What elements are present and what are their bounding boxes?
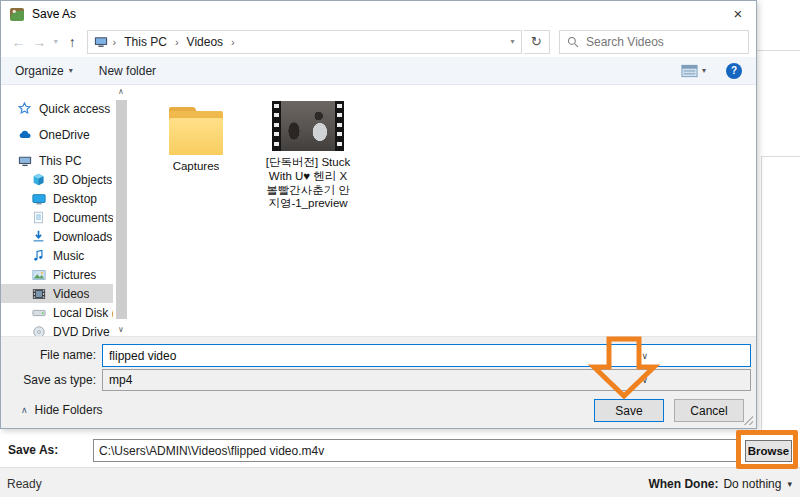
- cube-icon: [31, 172, 46, 187]
- app-save-as-row: Save As: Browse: [0, 437, 800, 465]
- chevron-down-icon: ▾: [702, 66, 706, 75]
- hide-folders-button[interactable]: ∧ Hide Folders: [21, 403, 103, 417]
- sidebar-item-label: Videos: [53, 287, 89, 301]
- computer-icon: [94, 35, 108, 49]
- save-as-path-input[interactable]: [93, 439, 741, 462]
- view-icon: [681, 64, 698, 78]
- file-item-video[interactable]: [단독버전] Stuck With U♥ 헨리 X 볼빨간사춘기 안지영-1_p…: [265, 101, 351, 211]
- sidebar-item-onedrive[interactable]: OneDrive: [1, 125, 113, 144]
- sidebar-item-label: Pictures: [53, 268, 96, 282]
- chevron-down-icon: ▾: [69, 66, 73, 75]
- sidebar-scrollbar[interactable]: ∧ ∨: [115, 87, 128, 334]
- sidebar-item-documents[interactable]: Documents: [1, 208, 113, 227]
- organize-button[interactable]: Organize ▾: [15, 64, 73, 78]
- scroll-up-icon[interactable]: ∧: [118, 87, 124, 96]
- search-input[interactable]: [586, 35, 741, 49]
- sidebar-item-label: Downloads: [53, 230, 112, 244]
- breadcrumb-item-videos[interactable]: Videos: [185, 35, 225, 49]
- close-button[interactable]: ×: [720, 1, 756, 26]
- sidebar-item-3d-objects[interactable]: 3D Objects: [1, 170, 113, 189]
- new-folder-label: New folder: [99, 64, 156, 78]
- bg-panel-line: [761, 156, 800, 157]
- sidebar-item-music[interactable]: Music: [1, 246, 113, 265]
- desktop-icon: [31, 191, 46, 206]
- refresh-button[interactable]: ↻: [524, 30, 550, 54]
- breadcrumb-separator: ›: [175, 36, 179, 48]
- download-icon: [31, 229, 46, 244]
- dialog-title: Save As: [32, 7, 76, 21]
- sidebar-item-pictures[interactable]: Pictures: [1, 265, 113, 284]
- dialog-body: Quick accessOneDriveThis PC3D ObjectsDes…: [1, 85, 756, 336]
- chevron-down-icon: ▾: [787, 479, 792, 489]
- sidebar-item-label: Local Disk (C:): [53, 306, 113, 320]
- chevron-down-icon[interactable]: ∨: [641, 375, 648, 385]
- chevron-down-icon[interactable]: ∨: [641, 351, 648, 361]
- disk-icon: [31, 305, 46, 320]
- cancel-button[interactable]: Cancel: [674, 399, 744, 422]
- search-box[interactable]: [559, 30, 749, 54]
- navigation-bar: ← → ▾ ↑ ›This PC›Videos› ▾ ↻: [1, 26, 756, 57]
- app-icon: [9, 6, 25, 22]
- browse-button[interactable]: Browse: [745, 440, 792, 462]
- cloud-icon: [17, 127, 32, 142]
- save-as-dialog: Save As × ← → ▾ ↑ ›This PC›Videos› ▾ ↻: [0, 0, 757, 429]
- back-button[interactable]: ←: [8, 34, 29, 50]
- title-bar: Save As ×: [1, 1, 756, 26]
- up-button[interactable]: ↑: [62, 34, 83, 50]
- folder-icon: [168, 107, 224, 155]
- sidebar-item-label: Quick access: [39, 102, 110, 116]
- file-item-folder[interactable]: Captures: [153, 101, 239, 174]
- pc-icon: [17, 153, 32, 168]
- sidebar-item-this-pc[interactable]: This PC: [1, 151, 113, 170]
- breadcrumb-separator: ›: [113, 36, 117, 48]
- hide-folders-label: Hide Folders: [35, 403, 103, 417]
- file-list: Captures[단독버전] Stuck With U♥ 헨리 X 볼빨간사춘기…: [131, 85, 756, 336]
- breadcrumb: ›This PC›Videos›: [113, 35, 235, 49]
- search-icon: [567, 36, 579, 48]
- when-done-control[interactable]: When Done: Do nothing ▾: [648, 477, 792, 491]
- sidebar-item-desktop[interactable]: Desktop: [1, 189, 113, 208]
- breadcrumb-item-this-pc[interactable]: This PC: [122, 35, 169, 49]
- new-folder-button[interactable]: New folder: [99, 64, 156, 78]
- address-dropdown-icon[interactable]: ▾: [511, 37, 515, 46]
- scrollbar-thumb[interactable]: [116, 100, 127, 319]
- scroll-down-icon[interactable]: ∨: [118, 325, 124, 334]
- change-view-button[interactable]: ▾: [681, 64, 706, 78]
- address-bar[interactable]: ›This PC›Videos› ▾: [87, 30, 522, 54]
- save-type-label: Save as type:: [1, 369, 96, 392]
- when-done-value[interactable]: Do nothing: [723, 477, 781, 491]
- file-label: [단독버전] Stuck With U♥ 헨리 X 볼빨간사춘기 안지영-1_p…: [265, 156, 351, 211]
- music-icon: [31, 248, 46, 263]
- organize-label: Organize: [15, 64, 64, 78]
- sidebar-item-label: Documents: [53, 211, 113, 225]
- sidebar-item-label: This PC: [39, 154, 82, 168]
- save-button[interactable]: Save: [594, 399, 664, 422]
- sidebar-item-label: OneDrive: [39, 128, 90, 142]
- file-label: Captures: [173, 160, 220, 174]
- sidebar-item-quick-access[interactable]: Quick access: [1, 99, 113, 118]
- when-done-label: When Done:: [648, 477, 718, 491]
- breadcrumb-separator: ›: [231, 36, 235, 48]
- film-icon: [31, 286, 46, 301]
- save-type-select[interactable]: mp4: [102, 369, 751, 391]
- screen: Save As: Browse Ready When Done: Do noth…: [0, 0, 800, 497]
- sidebar-item-videos[interactable]: Videos: [1, 284, 113, 303]
- command-bar: Organize ▾ New folder ▾ ?: [1, 57, 756, 85]
- sidebar-list: Quick accessOneDriveThis PC3D ObjectsDes…: [1, 99, 131, 341]
- sidebar-item-label: Music: [53, 249, 84, 263]
- help-icon[interactable]: ?: [726, 63, 742, 79]
- document-icon: [31, 210, 46, 225]
- picture-icon: [31, 267, 46, 282]
- bg-panel-line: [757, 50, 800, 51]
- status-text: Ready: [7, 477, 42, 491]
- history-dropdown[interactable]: ▾: [50, 37, 62, 46]
- sidebar-item-downloads[interactable]: Downloads: [1, 227, 113, 246]
- file-name-input[interactable]: [102, 344, 751, 367]
- chevron-up-icon: ∧: [21, 405, 28, 415]
- forward-button[interactable]: →: [29, 34, 50, 50]
- bg-panel-line: [761, 156, 762, 432]
- sidebar: Quick accessOneDriveThis PC3D ObjectsDes…: [1, 85, 131, 336]
- save-as-path-label: Save As:: [8, 443, 58, 457]
- status-bar: Ready When Done: Do nothing ▾: [0, 467, 800, 497]
- sidebar-item-local-disk-c[interactable]: Local Disk (C:): [1, 303, 113, 322]
